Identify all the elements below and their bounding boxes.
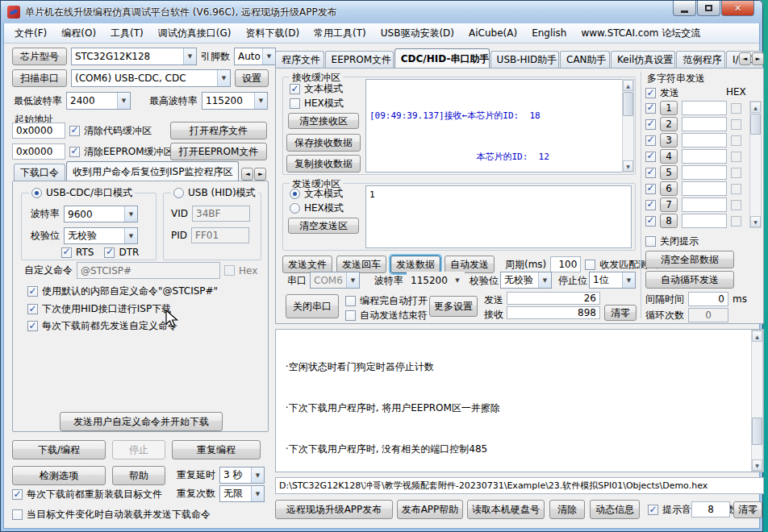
multi-row-input[interactable]: [682, 149, 727, 164]
info-message-box[interactable]: ·空闲状态时看门狗定时器停止计数 ·下次下载用户程序时, 将用户EEPROM区一…: [275, 329, 764, 472]
scrollbar-thumb[interactable]: [623, 92, 633, 116]
send-hex-mode-radio[interactable]: [290, 203, 300, 214]
send-text-mode-radio[interactable]: [290, 189, 300, 199]
beep-checkbox[interactable]: [648, 505, 658, 515]
custom-cmd-hex-checkbox[interactable]: [224, 265, 235, 276]
multi-row-checkbox[interactable]: [645, 152, 656, 162]
tab-can-helper[interactable]: CAN助手: [560, 51, 610, 68]
close-button[interactable]: ✕: [721, 1, 754, 16]
tab-scroll-left-icon[interactable]: ◄: [241, 168, 253, 181]
success-reset-button[interactable]: 清零: [733, 501, 762, 518]
tab-keil-sim-settings[interactable]: Keil仿真设置: [611, 51, 675, 68]
send-buffer-textarea[interactable]: 1: [365, 185, 632, 248]
close-serial-button[interactable]: 关闭串口: [286, 294, 339, 318]
menu-tools[interactable]: 工具(T): [103, 24, 151, 43]
code-address-input[interactable]: 0x0000: [12, 123, 65, 139]
max-baud-select[interactable]: 115200▼: [202, 92, 268, 110]
dynamic-info-button[interactable]: 动态信息: [590, 500, 640, 519]
multi-send-all-checkbox[interactable]: [645, 88, 656, 98]
tab-download-password[interactable]: 下载口令: [14, 164, 65, 181]
check-options-button[interactable]: 检测选项: [12, 466, 106, 485]
menu-forum-link[interactable]: www.STCAI.com 论坛交流: [574, 24, 707, 43]
tab-eeprom-file[interactable]: EEPROM文件: [325, 51, 394, 68]
multi-row-hex-checkbox[interactable]: [731, 216, 741, 227]
multi-row-hex-checkbox[interactable]: [731, 184, 741, 194]
multi-row-checkbox[interactable]: [645, 168, 656, 178]
close-tip-checkbox[interactable]: [645, 236, 656, 247]
clear-send-button[interactable]: 清空发送区: [288, 218, 359, 234]
title-bar[interactable]: 单片机在线升级编程仿真调试平台软件 (V6.96C), 远程现场升级APP发布 …: [1, 1, 762, 23]
scroll-down-icon[interactable]: ▼: [750, 216, 761, 227]
scroll-down-icon[interactable]: ▼: [752, 459, 762, 471]
multi-row-checkbox[interactable]: [645, 184, 656, 194]
multi-row-checkbox[interactable]: [645, 103, 656, 114]
more-settings-button[interactable]: 更多设置: [429, 296, 478, 317]
multi-row-hex-checkbox[interactable]: [731, 135, 741, 146]
multi-row-hex-checkbox[interactable]: [731, 200, 741, 210]
clear-eeprom-checkbox[interactable]: [69, 147, 80, 157]
port-select[interactable]: (COM6) USB-CDC, CDC▼: [71, 69, 231, 87]
counter-reset-button[interactable]: 清零: [604, 305, 637, 321]
multi-row-send-button[interactable]: 4: [660, 149, 678, 164]
scroll-up-icon[interactable]: ▲: [752, 330, 762, 342]
save-receive-button[interactable]: 保存接收数据: [286, 134, 361, 152]
serial-stop-select[interactable]: 1位▼: [589, 272, 636, 289]
multi-row-checkbox[interactable]: [645, 216, 656, 227]
period-input[interactable]: 100: [550, 256, 581, 272]
use-default-cmd-checkbox[interactable]: [27, 286, 38, 297]
isp-baud-select[interactable]: 9600▼: [64, 206, 138, 222]
info-scrollbar[interactable]: ▲ ▼: [751, 330, 763, 472]
send-data-button[interactable]: 发送数据: [390, 256, 440, 273]
multi-row-checkbox[interactable]: [645, 119, 656, 130]
pins-select[interactable]: Auto▼: [234, 48, 276, 65]
reload-target-checkbox[interactable]: [12, 489, 23, 500]
recv-text-mode-checkbox[interactable]: [290, 84, 300, 94]
multi-row-hex-checkbox[interactable]: [731, 152, 741, 162]
scan-port-button[interactable]: 扫描串口: [12, 69, 67, 87]
minimize-button[interactable]: [673, 1, 696, 16]
tab-scroll-right-icon[interactable]: ►: [752, 52, 764, 65]
menu-debug-interface[interactable]: 调试仿真接口(G): [151, 24, 239, 43]
multi-row-send-button[interactable]: 6: [660, 181, 678, 196]
multi-row-input[interactable]: [682, 133, 727, 148]
auto-open-checkbox[interactable]: [345, 296, 356, 306]
cdc-mode-radio[interactable]: [31, 188, 42, 198]
open-program-button[interactable]: 打开程序文件: [170, 122, 267, 139]
maximize-button[interactable]: [697, 1, 720, 16]
help-button[interactable]: 帮助: [112, 466, 165, 485]
scroll-up-icon[interactable]: ▲: [623, 80, 633, 91]
hid-mode-radio[interactable]: [173, 188, 184, 198]
auto-send-button[interactable]: 自动发送: [445, 256, 495, 273]
remote-publish-button[interactable]: 远程现场升级APP发布: [275, 500, 393, 519]
multi-row-send-button[interactable]: 1: [660, 101, 678, 115]
target-file-path-input[interactable]: D:\STC32G12K128\冲哥\教学视频配套附件-20230731\Exa…: [275, 477, 764, 494]
settings-button[interactable]: 设置: [235, 69, 269, 87]
tab-usb-hid-helper[interactable]: USB-HID助手: [490, 51, 559, 68]
rts-checkbox[interactable]: [61, 247, 72, 258]
dtr-checkbox[interactable]: [104, 247, 115, 258]
download-program-button[interactable]: 下载/编程: [12, 440, 106, 459]
chip-model-button[interactable]: 芯片型号: [12, 48, 67, 65]
tab-cdc-hid-serial-helper[interactable]: CDC/HID-串口助手: [394, 48, 490, 68]
tab-example-programs[interactable]: 范例程序: [676, 51, 725, 68]
serial-parity-select[interactable]: 无校验▼: [500, 272, 552, 289]
multi-row-send-button[interactable]: 8: [660, 214, 678, 228]
auto-loop-send-button[interactable]: 自动循环发送: [645, 271, 734, 289]
scroll-up-icon[interactable]: ▲: [750, 102, 761, 113]
publish-help-button[interactable]: 发布APP帮助: [397, 500, 463, 519]
send-cr-button[interactable]: 发送回车: [336, 256, 386, 273]
read-disk-id-button[interactable]: 读取本机硬盘号: [467, 500, 545, 519]
multi-row-send-button[interactable]: 2: [660, 117, 678, 131]
min-baud-select[interactable]: 2400▼: [66, 92, 131, 110]
multi-row-hex-checkbox[interactable]: [731, 103, 741, 114]
menu-english[interactable]: English: [524, 25, 574, 41]
send-file-button[interactable]: 发送文件: [282, 256, 332, 273]
scrollbar-thumb[interactable]: [750, 114, 761, 135]
multi-row-input[interactable]: [682, 181, 727, 196]
multi-row-input[interactable]: [682, 101, 727, 115]
open-eeprom-button[interactable]: 打开EEPROM文件: [170, 143, 267, 160]
clear-code-checkbox[interactable]: [69, 126, 80, 136]
multi-row-send-button[interactable]: 3: [660, 133, 678, 148]
match-test-checkbox[interactable]: [585, 260, 595, 270]
send-before-download-checkbox[interactable]: [27, 321, 38, 331]
